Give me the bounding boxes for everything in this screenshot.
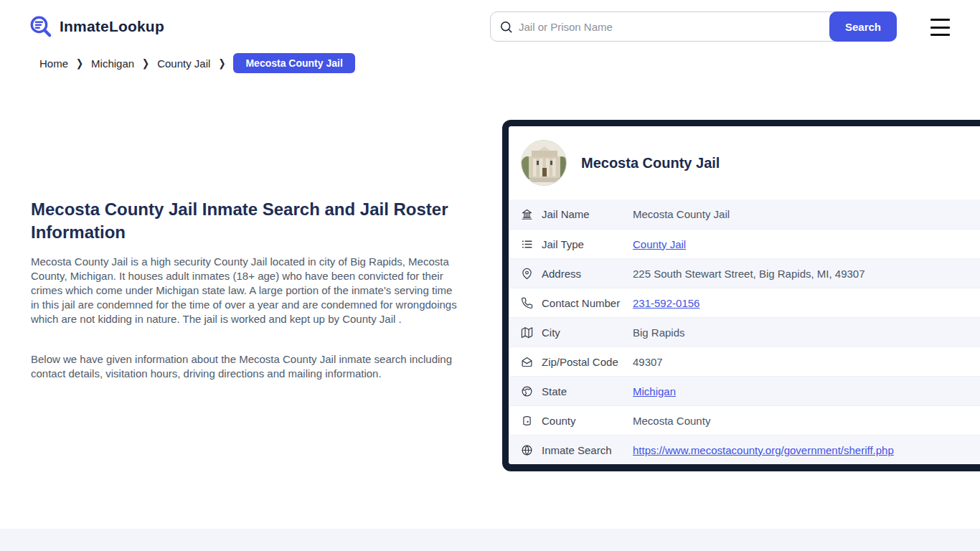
page: InmateLookup Search Home ❯ Michigan ❯ Co…: [0, 0, 980, 551]
county-map-icon: [521, 415, 533, 427]
info-paragraph: Below we have given information about th…: [31, 352, 463, 381]
table-row-state: State Michigan: [509, 376, 980, 405]
row-label: State: [542, 385, 633, 397]
state-link[interactable]: Michigan: [633, 385, 676, 397]
contact-number-link[interactable]: 231-592-0156: [633, 297, 699, 309]
chevron-right-icon: ❯: [76, 57, 83, 70]
phone-icon: [521, 297, 533, 309]
table-row-contact-number: Contact Number 231-592-0156: [509, 288, 980, 317]
table-row-inmate-search: Inmate Search https://www.mecostacounty.…: [509, 435, 980, 464]
row-label: County: [542, 415, 633, 427]
magnifier-list-icon: [29, 14, 53, 39]
table-row-jail-name: Jail Name Mecosta County Jail: [509, 199, 980, 229]
row-label: Zip/Postal Code: [542, 356, 633, 368]
table-row-county: County Mecosta County: [509, 405, 980, 435]
breadcrumb-michigan[interactable]: Michigan: [91, 57, 134, 70]
jail-card-header: Mecosta County Jail: [509, 126, 980, 199]
intro-paragraph: Mecosta County Jail is a high security C…: [31, 255, 463, 326]
list-icon: [521, 238, 533, 250]
row-value: Big Rapids: [633, 326, 685, 339]
page-title: Mecosta County Jail Inmate Search and Ja…: [31, 198, 456, 244]
row-label: City: [542, 326, 633, 339]
jail-type-link[interactable]: County Jail: [633, 238, 686, 250]
row-value: Mecosta County: [633, 415, 710, 427]
map-pin-icon: [521, 268, 533, 280]
jail-info-card: Mecosta County Jail Jail Name Mecosta Co…: [502, 120, 980, 471]
bank-icon: [521, 208, 533, 220]
mail-open-icon: [521, 356, 533, 368]
jail-info-table: Jail Name Mecosta County Jail Jail Type …: [509, 199, 980, 464]
menu-line: [930, 19, 950, 21]
row-label: Inmate Search: [542, 444, 633, 456]
search-input[interactable]: [513, 12, 829, 41]
brand-name: InmateLookup: [60, 18, 164, 35]
table-row-jail-type: Jail Type County Jail: [509, 229, 980, 258]
jail-building-photo: [521, 140, 567, 186]
menu-icon[interactable]: [930, 19, 951, 36]
footer-strip: [0, 529, 980, 551]
table-row-city: City Big Rapids: [509, 317, 980, 347]
search-button[interactable]: Search: [829, 11, 897, 42]
breadcrumb-current-badge: Mecosta County Jail: [233, 53, 354, 73]
map-icon: [521, 326, 533, 339]
search-bar: Search: [490, 11, 897, 42]
globe-icon: [521, 444, 533, 456]
menu-line: [930, 34, 950, 36]
row-label: Jail Type: [542, 238, 633, 250]
row-value: 49307: [633, 356, 663, 368]
earth-icon: [521, 385, 533, 397]
chevron-right-icon: ❯: [142, 57, 149, 70]
row-label: Address: [542, 268, 633, 280]
row-value: Mecosta County Jail: [633, 208, 730, 220]
jail-info-card-inner: Mecosta County Jail Jail Name Mecosta Co…: [509, 126, 980, 464]
breadcrumb-home[interactable]: Home: [39, 57, 68, 70]
row-label: Jail Name: [542, 208, 633, 220]
row-label: Contact Number: [542, 297, 633, 309]
breadcrumb-county-jail[interactable]: County Jail: [157, 57, 210, 70]
table-row-zip: Zip/Postal Code 49307: [509, 347, 980, 376]
brand-logo[interactable]: InmateLookup: [29, 14, 164, 39]
row-value: 225 South Stewart Street, Big Rapids, MI…: [633, 268, 865, 280]
jail-card-title: Mecosta County Jail: [581, 155, 720, 171]
table-row-address: Address 225 South Stewart Street, Big Ra…: [509, 258, 980, 288]
breadcrumb: Home ❯ Michigan ❯ County Jail ❯ Mecosta …: [39, 53, 355, 73]
menu-line: [930, 27, 950, 29]
chevron-right-icon: ❯: [218, 57, 225, 70]
search-icon: [499, 20, 513, 34]
inmate-search-link[interactable]: https://www.mecostacounty.org/government…: [633, 444, 894, 456]
